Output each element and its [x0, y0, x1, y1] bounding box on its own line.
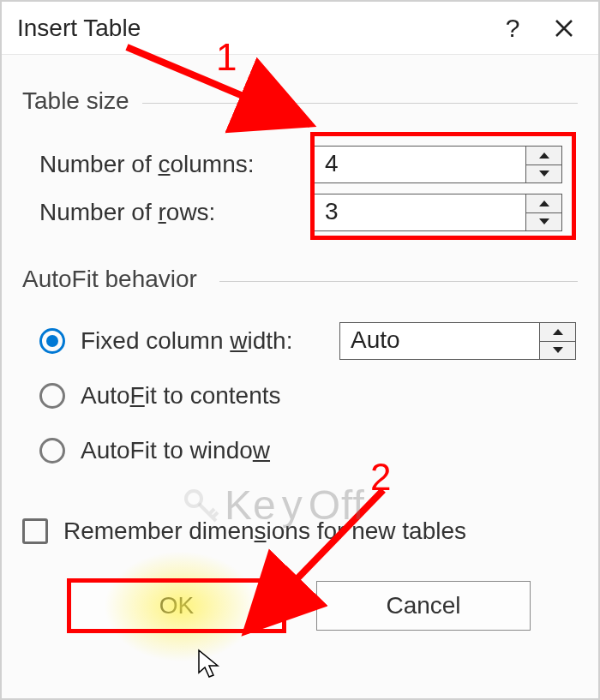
- spin-num-rows-value[interactable]: 3: [315, 194, 525, 230]
- spin-fixed-width[interactable]: Auto: [339, 322, 576, 360]
- row-remember[interactable]: Remember dimensions for new tables: [22, 518, 578, 545]
- label-num-columns: Number of columns:: [22, 151, 314, 178]
- cancel-button[interactable]: Cancel: [316, 581, 531, 631]
- group-autofit-label: AutoFit behavior: [22, 266, 202, 293]
- caret-up-icon: [538, 151, 550, 159]
- row-num-columns: Number of columns: 4: [22, 141, 578, 188]
- caret-up-icon: [538, 199, 550, 207]
- label-autofit-window: AutoFit to window: [81, 437, 270, 464]
- caret-up-icon: [552, 327, 564, 336]
- divider: [142, 103, 578, 104]
- close-icon: [554, 18, 574, 39]
- radio-row-fixed-width[interactable]: Fixed column width: Auto: [22, 314, 578, 368]
- spin-down-button[interactable]: [526, 213, 561, 231]
- spin-down-button[interactable]: [540, 342, 575, 360]
- radio-autofit-window[interactable]: [39, 438, 65, 464]
- group-table-size-label: Table size: [22, 87, 135, 115]
- label-num-rows: Number of rows:: [22, 199, 314, 226]
- label-autofit-contents: AutoFit to contents: [81, 382, 280, 410]
- spin-up-button[interactable]: [526, 194, 561, 213]
- checkbox-remember[interactable]: [22, 518, 48, 544]
- divider: [219, 281, 578, 282]
- caret-down-icon: [538, 170, 550, 178]
- spin-num-columns[interactable]: 4: [314, 146, 562, 183]
- spin-up-button[interactable]: [540, 323, 575, 342]
- close-button[interactable]: [538, 3, 590, 54]
- dialog-body: Table size Number of columns: 4: [2, 55, 598, 698]
- radio-fixed-width[interactable]: [39, 328, 65, 354]
- dialog-title: Insert Table: [17, 15, 141, 42]
- label-remember: Remember dimensions for new tables: [63, 518, 466, 545]
- spin-fixed-width-value[interactable]: Auto: [340, 323, 539, 359]
- caret-down-icon: [552, 346, 564, 355]
- spin-down-button[interactable]: [526, 165, 561, 183]
- group-table-size: Table size Number of columns: 4: [22, 87, 578, 236]
- button-bar: OK Cancel: [22, 581, 578, 631]
- radio-autofit-contents[interactable]: [39, 383, 65, 409]
- label-fixed-width: Fixed column width:: [81, 327, 292, 355]
- spin-up-button[interactable]: [526, 147, 561, 165]
- radio-row-autofit-contents[interactable]: AutoFit to contents: [22, 368, 578, 423]
- caret-down-icon: [538, 218, 550, 226]
- ok-button[interactable]: OK: [69, 581, 284, 631]
- group-autofit: AutoFit behavior Fixed column width: Aut…: [22, 266, 578, 478]
- spin-num-rows[interactable]: 3: [314, 194, 562, 231]
- title-bar: Insert Table ?: [2, 2, 598, 55]
- spin-num-columns-value[interactable]: 4: [315, 147, 525, 182]
- row-num-rows: Number of rows: 3: [22, 188, 578, 236]
- radio-row-autofit-window[interactable]: AutoFit to window: [22, 423, 578, 478]
- help-button[interactable]: ?: [487, 3, 538, 54]
